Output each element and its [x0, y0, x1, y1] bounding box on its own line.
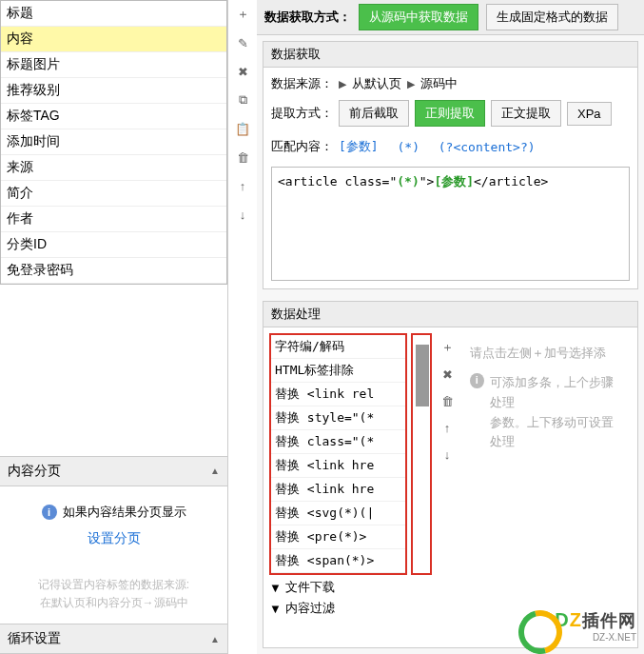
section-loop-label: 循环设置 — [8, 630, 61, 647]
method-label: 数据获取方式： — [264, 9, 351, 26]
chevron-up-icon: ▲ — [210, 466, 220, 476]
move-down-icon[interactable]: ↓ — [439, 446, 456, 463]
pagination-link[interactable]: 设置分页 — [11, 530, 216, 547]
btn-xpath[interactable]: XPa — [567, 102, 612, 126]
field-row[interactable]: 标签TAG — [1, 104, 226, 129]
btn-regex[interactable]: 正则提取 — [415, 100, 485, 127]
source-label: 数据来源： — [271, 75, 333, 92]
field-row[interactable]: 作者 — [1, 207, 226, 232]
process-item[interactable]: 替换 <link hre — [271, 478, 405, 502]
filter-icon: ▼ — [269, 602, 282, 616]
pagination-box: i 如果内容结果分页显示 设置分页 — [0, 486, 227, 565]
process-list: 字符编/解码 HTML标签排除 替换 <link rel 替换 style="(… — [269, 333, 407, 575]
process-item[interactable]: 替换 <span(*)> — [271, 549, 405, 573]
source-hint: 记得设置内容标签的数据来源: 在默认页和内容分页→源码中 — [0, 565, 227, 624]
acquire-title: 数据获取 — [263, 42, 637, 68]
field-row[interactable]: 简介 — [1, 181, 226, 207]
right-panel: 数据获取方式： 从源码中获取数据 生成固定格式的数据 数据获取 数据来源： ▶ … — [257, 0, 644, 654]
section-loop-header[interactable]: 循环设置 ▲ — [0, 624, 227, 654]
file-download-row[interactable]: ▼ 文件下载 — [269, 577, 637, 598]
match-token-param[interactable]: [参数] — [339, 138, 379, 155]
field-row[interactable]: 推荐级别 — [1, 78, 226, 104]
field-row[interactable]: 标题 — [1, 1, 226, 27]
btn-from-source[interactable]: 从源码中获取数据 — [359, 4, 478, 30]
regex-code-box[interactable]: <article class="(*)">[参数]</article> — [271, 167, 630, 281]
add-icon[interactable]: ＋ — [234, 6, 251, 23]
scroll-thumb[interactable] — [416, 345, 429, 406]
delete-icon[interactable]: ✖ — [439, 366, 456, 383]
trash-icon[interactable]: 🗑 — [439, 392, 456, 409]
extract-label: 提取方式： — [271, 105, 333, 122]
delete-icon[interactable]: ✖ — [234, 63, 251, 80]
info-icon: i — [42, 505, 57, 520]
filter-icon: ▼ — [269, 581, 282, 595]
field-row[interactable]: 免登录密码 — [1, 258, 226, 284]
process-tools: ＋ ✖ 🗑 ↑ ↓ — [436, 333, 459, 575]
paste-icon[interactable]: 📋 — [234, 120, 251, 137]
match-token-content[interactable]: (?<content>?) — [439, 140, 536, 154]
field-list: 标题 内容 标题图片 推荐级别 标签TAG 添加时间 来源 简介 作者 分类ID… — [0, 0, 227, 285]
field-row[interactable]: 内容 — [1, 27, 226, 52]
copy-icon[interactable]: ⧉ — [234, 91, 251, 109]
field-row[interactable]: 分类ID — [1, 232, 226, 258]
arrow-icon: ▶ — [407, 78, 415, 90]
left-panel: 标题 内容 标题图片 推荐级别 标签TAG 添加时间 来源 简介 作者 分类ID… — [0, 0, 228, 654]
field-row[interactable]: 标题图片 — [1, 52, 226, 78]
section-pagination-header[interactable]: 内容分页 ▲ — [0, 456, 227, 486]
btn-frontback[interactable]: 前后截取 — [339, 100, 409, 127]
chevron-up-icon: ▲ — [210, 634, 220, 644]
add-icon[interactable]: ＋ — [439, 339, 456, 356]
process-item[interactable]: 替换 <link rel — [271, 383, 405, 406]
trash-icon[interactable]: 🗑 — [234, 149, 251, 166]
section-pagination-label: 内容分页 — [8, 463, 61, 480]
process-scrollbar[interactable] — [411, 333, 432, 575]
process-item[interactable]: 替换 <link hre — [271, 454, 405, 478]
pagination-hint-text: 如果内容结果分页显示 — [63, 504, 186, 521]
field-row[interactable]: 添加时间 — [1, 129, 226, 155]
method-row: 数据获取方式： 从源码中获取数据 生成固定格式的数据 — [257, 0, 644, 35]
process-title: 数据处理 — [263, 302, 637, 327]
process-item[interactable]: 替换 <svg(*)(| — [271, 502, 405, 525]
process-item[interactable]: 替换 class="(* — [271, 430, 405, 454]
watermark: DZDZ插件网插件网 DZ-X.NET — [518, 609, 636, 643]
btn-body[interactable]: 正文提取 — [491, 100, 561, 127]
match-token-star[interactable]: (*) — [397, 140, 419, 154]
process-group: 数据处理 字符编/解码 HTML标签排除 替换 <link rel 替换 sty… — [263, 301, 638, 648]
source-opt-default[interactable]: 从默认页 — [352, 75, 401, 92]
watermark-logo-icon — [518, 610, 551, 643]
toolbar-column: ＋ ✎ ✖ ⧉ 📋 🗑 ↑ ↓ — [228, 0, 257, 654]
arrow-icon: ▶ — [339, 78, 346, 90]
match-label: 匹配内容： — [271, 138, 333, 155]
process-item[interactable]: 字符编/解码 — [271, 335, 405, 359]
acquire-group: 数据获取 数据来源： ▶ 从默认页 ▶ 源码中 提取方式： 前后截取 正则提取 … — [263, 41, 638, 289]
process-item[interactable]: 替换 <pre(*)> — [271, 525, 405, 549]
edit-icon[interactable]: ✎ — [234, 34, 251, 51]
process-item[interactable]: 替换 style="(* — [271, 406, 405, 430]
field-row[interactable]: 来源 — [1, 155, 226, 181]
move-up-icon[interactable]: ↑ — [439, 419, 456, 436]
source-opt-code[interactable]: 源码中 — [420, 75, 458, 92]
process-item[interactable]: HTML标签排除 — [271, 359, 405, 383]
move-down-icon[interactable]: ↓ — [234, 206, 251, 223]
btn-fixed-format[interactable]: 生成固定格式的数据 — [486, 4, 618, 30]
process-hint: 请点击左侧＋加号选择添 i 可添加多条，上个步骤处理 参数。上下移动可设置处理 — [462, 333, 632, 575]
info-icon: i — [470, 373, 484, 388]
watermark-sub: DZ-X.NET — [555, 632, 636, 643]
move-up-icon[interactable]: ↑ — [234, 177, 251, 194]
